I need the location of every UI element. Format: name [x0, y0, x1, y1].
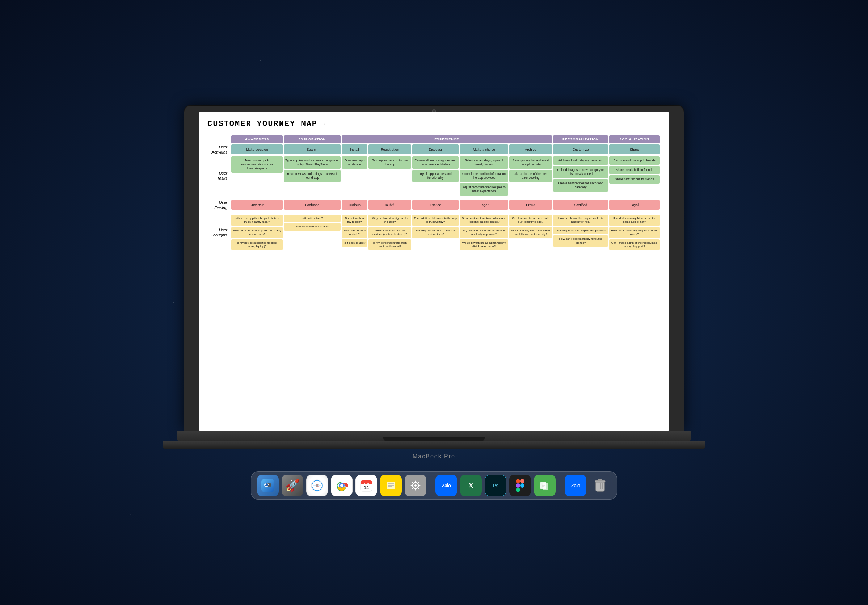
user-activities-row: UserActivities Make decision Search Inst… — [208, 144, 660, 155]
thoughts-customize: How do I know the recipe I make is healt… — [553, 215, 608, 247]
task-customize-1: Add new food category, new dish — [553, 157, 608, 165]
task-discover-1: Review all food categories and recommend… — [412, 157, 459, 169]
user-tasks-row: UserTasks Need some quick recommendation… — [208, 156, 660, 195]
thought-registration-2: Does it sync across my devices (mobile, … — [369, 227, 411, 238]
dock-divider — [431, 478, 431, 496]
thought-exploration-2: Does it contain lots of ads? — [284, 223, 341, 230]
tasks-install: Download app on device — [342, 157, 368, 169]
feeling-curious: Curious — [342, 200, 368, 209]
trash-icon[interactable] — [589, 475, 611, 496]
tasks-awareness: Need some quick recommendations from fri… — [231, 157, 283, 173]
task-exploration-2: Read reviews and ratings of users of fou… — [284, 170, 341, 182]
user-thoughts-row: UserThoughts Is there an app that helps … — [208, 215, 660, 250]
tasks-label: UserTasks — [208, 171, 227, 181]
spacer-1 — [208, 197, 660, 199]
thought-discover-2: Do they recommend to me the best recipes… — [412, 227, 459, 238]
macbook-label: MacBook Pro — [413, 453, 455, 460]
svg-point-6 — [268, 484, 269, 484]
laptop-bottom-bezel — [177, 431, 691, 441]
svg-rect-38 — [516, 479, 520, 483]
safari-icon[interactable] — [306, 475, 328, 496]
thoughts-choice: Do all recipes take into culture and reg… — [460, 215, 508, 250]
thought-customize-3: How can I bookmark my favourite dishes? — [553, 235, 608, 247]
photoshop-icon[interactable]: Ps — [485, 475, 506, 496]
phase-socialization: SOCIALIZATION — [609, 135, 660, 143]
excel-icon[interactable]: X — [460, 475, 482, 496]
zalo-2-icon[interactable]: Zalo — [565, 475, 586, 496]
thought-awareness-2: How can I find that app from so many sim… — [231, 227, 283, 238]
svg-point-5 — [265, 484, 266, 484]
tasks-discover: Review all food categories and recommend… — [412, 157, 459, 182]
task-share-3: Share new recipes to friends — [609, 175, 660, 183]
activity-share: Share — [609, 144, 660, 154]
thoughts-exploration: Is it paid or free? Does it contain lots… — [284, 215, 341, 231]
task-exploration-1: Type app keywords in search engine or in… — [284, 157, 341, 169]
thought-choice-2: My revision of the recipe make it not ta… — [460, 227, 508, 238]
task-customize-2: Upload images of new category or dish ne… — [553, 166, 608, 178]
thought-install-3: Is it easy to use? — [342, 239, 368, 247]
files-icon[interactable] — [534, 475, 556, 496]
chrome-icon[interactable] — [331, 475, 353, 496]
user-feeling-row: UserFeeling Uncertain Confused Curious D… — [208, 200, 660, 210]
finder-icon[interactable] — [257, 475, 279, 496]
arrow-icon: → — [320, 120, 326, 128]
feeling-excited: Excited — [412, 200, 459, 209]
tasks-make-choice: Select certain days, types of meal, dish… — [460, 157, 508, 195]
svg-text:14: 14 — [364, 485, 369, 490]
thought-awareness-1: Is there an app that helps to build a tr… — [231, 215, 283, 226]
task-registration-1: Sign up and sign in to use the app — [369, 157, 411, 169]
task-archive-2: Take a picture of the meal after cooking — [509, 170, 552, 182]
svg-rect-39 — [520, 479, 524, 483]
thoughts-install: Does it work in my region? How often doe… — [342, 215, 368, 247]
thought-share-1: How do I know my friends use the same ap… — [609, 215, 660, 226]
thought-archive-1: Can I search for a meal that I built lon… — [509, 215, 552, 226]
laptop-base: MacBook Pro — [163, 441, 705, 449]
svg-rect-42 — [516, 488, 520, 492]
feeling-confused: Confused — [284, 200, 341, 209]
thought-choice-1: Do all recipes take into culture and reg… — [460, 215, 508, 226]
dock: 🚀 — [251, 472, 617, 500]
activity-make-decision: Make decision — [231, 144, 283, 154]
svg-rect-41 — [520, 483, 524, 488]
thought-registration-1: Why do I need to sign up to this app? — [369, 215, 411, 226]
thought-choice-3: Would it warn me about unhealthy diet I … — [460, 239, 508, 251]
thoughts-share: How do I know my friends use the same ap… — [609, 215, 660, 250]
phase-experience: EXPERIENCE — [342, 135, 552, 143]
thoughts-registration: Why do I need to sign up to this app? Do… — [369, 215, 411, 250]
task-install-1: Download app on device — [342, 157, 368, 169]
thoughts-label: UserThoughts — [208, 227, 227, 238]
feeling-eager: Eager — [460, 200, 508, 209]
activity-discover: Discover — [412, 144, 459, 154]
feeling-uncertain: Uncertain — [231, 200, 283, 209]
tasks-registration: Sign up and sign in to use the app — [369, 157, 411, 169]
map-title: CUSTOMER YOURNEY MAP → — [208, 119, 660, 129]
tasks-share: Recommend the app to friends Share meals… — [609, 157, 660, 183]
tasks-archive: Save grocery list and meal receipt by da… — [509, 157, 552, 182]
task-choice-1: Select certain days, types of meal, dish… — [460, 157, 508, 169]
feeling-proud: Proud — [509, 200, 552, 209]
figma-icon[interactable] — [509, 475, 531, 496]
activity-search: Search — [284, 144, 341, 154]
thoughts-archive: Can I search for a meal that I built lon… — [509, 215, 552, 238]
thought-install-2: How often does it update? — [342, 227, 368, 238]
svg-point-4 — [268, 483, 271, 486]
thought-exploration-1: Is it paid or free? — [284, 215, 341, 222]
thought-awareness-3: Is my device supported (mobile, tablet, … — [231, 239, 283, 251]
svg-rect-51 — [598, 479, 602, 481]
thoughts-discover: The nutrition data used in the app is tr… — [412, 215, 459, 238]
system-preferences-icon[interactable] — [405, 475, 426, 496]
thought-customize-1: How do I know the recipe I make is healt… — [553, 215, 608, 226]
svg-point-29 — [414, 484, 417, 487]
calendar-icon[interactable]: APR 14 — [355, 475, 377, 496]
laptop-screen: CUSTOMER YOURNEY MAP → AWARENESS EXPLORA… — [199, 112, 669, 431]
tasks-customize: Add new food category, new dish Upload i… — [553, 157, 608, 192]
journey-map-table: AWARENESS EXPLORATION EXPERIENCE PERSONA… — [208, 134, 660, 251]
notes-icon[interactable] — [380, 475, 402, 496]
tasks-exploration: Type app keywords in search engine or in… — [284, 157, 341, 182]
activity-registration: Registration — [369, 144, 411, 154]
activity-make-choice: Make a choice — [460, 144, 508, 154]
launchpad-icon[interactable]: 🚀 — [282, 475, 303, 496]
task-archive-1: Save grocery list and meal receipt by da… — [509, 157, 552, 169]
feeling-label: UserFeeling — [208, 200, 227, 210]
zalo-icon[interactable]: Zalo — [436, 475, 457, 496]
